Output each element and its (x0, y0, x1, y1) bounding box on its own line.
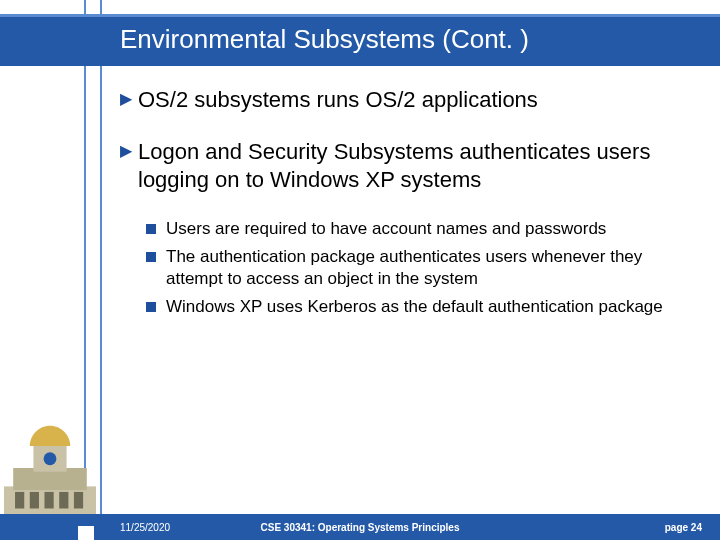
svg-rect-6 (59, 492, 68, 509)
bullet-level2: The authentication package authenticates… (146, 246, 680, 290)
svg-rect-5 (44, 492, 53, 509)
sub-bullet-text: Windows XP uses Kerberos as the default … (166, 296, 680, 318)
bullet-level2: Users are required to have account names… (146, 218, 680, 240)
building-graphic (4, 422, 96, 514)
bullet-level2: Windows XP uses Kerberos as the default … (146, 296, 680, 318)
triangle-bullet-icon: ▶ (120, 138, 138, 164)
sub-bullet-text: The authentication package authenticates… (166, 246, 680, 290)
square-bullet-icon (146, 296, 166, 318)
slide-title: Environmental Subsystems (Cont. ) (120, 24, 529, 55)
title-bar-highlight (0, 14, 720, 17)
vertical-rule-2 (100, 0, 102, 540)
footer-date: 11/25/2020 (120, 522, 170, 533)
bullet-level1: ▶ OS/2 subsystems runs OS/2 applications (120, 86, 680, 114)
bullet-text: OS/2 subsystems runs OS/2 applications (138, 86, 680, 114)
sub-bullet-group: Users are required to have account names… (146, 218, 680, 318)
footer-chip (78, 526, 94, 540)
bullet-text: Logon and Security Subsystems authentica… (138, 138, 680, 194)
slide-body: ▶ OS/2 subsystems runs OS/2 applications… (120, 86, 680, 324)
svg-point-8 (44, 452, 57, 465)
footer-page: page 24 (665, 522, 702, 533)
square-bullet-icon (146, 218, 166, 240)
svg-rect-7 (74, 492, 83, 509)
bullet-level1: ▶ Logon and Security Subsystems authenti… (120, 138, 680, 194)
svg-rect-4 (30, 492, 39, 509)
footer-course: CSE 30341: Operating Systems Principles (261, 522, 460, 533)
footer-bar: 11/25/2020 CSE 30341: Operating Systems … (0, 514, 720, 540)
square-bullet-icon (146, 246, 166, 268)
svg-rect-3 (15, 492, 24, 509)
triangle-bullet-icon: ▶ (120, 86, 138, 112)
sub-bullet-text: Users are required to have account names… (166, 218, 680, 240)
slide: Environmental Subsystems (Cont. ) ▶ OS/2… (0, 0, 720, 540)
